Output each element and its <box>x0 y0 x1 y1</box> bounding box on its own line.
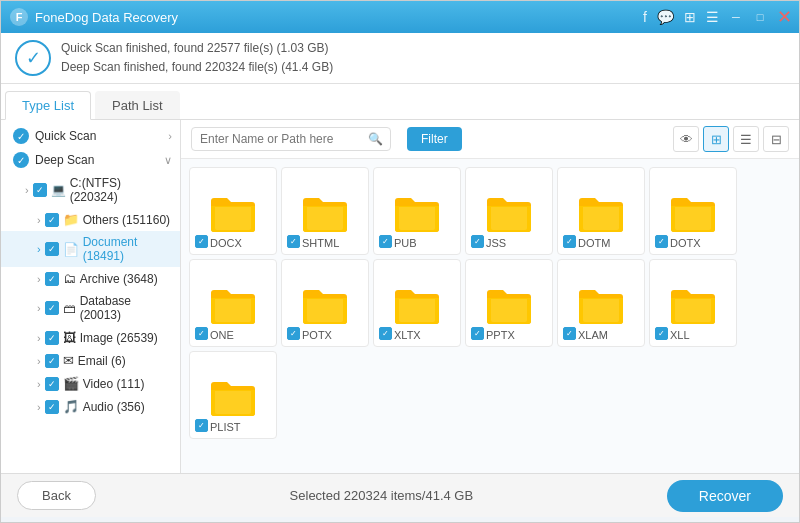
folder-icon <box>393 193 441 233</box>
sidebar-item-image[interactable]: › ✓ 🖼 Image (26539) <box>1 326 180 349</box>
folder-icon <box>209 377 257 417</box>
view-icons: 👁 ⊞ ☰ ⊟ <box>673 126 789 152</box>
file-item-xlam[interactable]: ✓ XLAM <box>557 259 645 347</box>
file-checkbox[interactable]: ✓ <box>655 327 668 340</box>
file-item-plist[interactable]: ✓ PLIST <box>189 351 277 439</box>
audio-label: Audio (356) <box>83 400 145 414</box>
sidebar-item-video[interactable]: › ✓ 🎬 Video (111) <box>1 372 180 395</box>
image-icon: 🖼 <box>63 330 76 345</box>
file-item-pub[interactable]: ✓ PUB <box>373 167 461 255</box>
file-name: DOCX <box>210 237 242 250</box>
status-text: Quick Scan finished, found 22577 file(s)… <box>61 39 787 77</box>
file-checkbox[interactable]: ✓ <box>195 327 208 340</box>
video-icon: 🎬 <box>63 376 79 391</box>
main-area: ✓ Quick Scan › ✓ Deep Scan ∨ › ✓ 💻 C:(NT… <box>1 120 799 473</box>
titlebar-controls: f 💬 ⊞ ☰ ─ □ ✕ <box>643 9 791 25</box>
grid-view-button[interactable]: ⊞ <box>703 126 729 152</box>
drive-checkbox[interactable]: ✓ <box>33 183 47 197</box>
filter-button[interactable]: Filter <box>407 127 462 151</box>
file-checkbox[interactable]: ✓ <box>563 327 576 340</box>
file-checkbox[interactable]: ✓ <box>563 235 576 248</box>
sidebar-item-drive[interactable]: › ✓ 💻 C:(NTFS) (220324) <box>1 172 180 208</box>
file-item-dotx[interactable]: ✓ DOTX <box>649 167 737 255</box>
tab-type-list[interactable]: Type List <box>5 91 91 120</box>
recover-button[interactable]: Recover <box>667 480 783 512</box>
maximize-button[interactable]: □ <box>753 10 767 24</box>
image-label: Image (26539) <box>80 331 158 345</box>
document-checkbox[interactable]: ✓ <box>45 242 59 256</box>
archive-icon: 🗂 <box>63 271 76 286</box>
chat-icon[interactable]: 💬 <box>657 9 674 25</box>
sidebar-item-deep-scan[interactable]: ✓ Deep Scan ∨ <box>1 148 180 172</box>
eye-view-button[interactable]: 👁 <box>673 126 699 152</box>
tabs-row: Type List Path List <box>1 84 799 120</box>
audio-checkbox[interactable]: ✓ <box>45 400 59 414</box>
file-checkbox[interactable]: ✓ <box>287 327 300 340</box>
back-button[interactable]: Back <box>17 481 96 510</box>
drive-label: C:(NTFS) (220324) <box>70 176 172 204</box>
document-icon: 📄 <box>63 242 79 257</box>
database-checkbox[interactable]: ✓ <box>45 301 59 315</box>
close-button[interactable]: ✕ <box>777 10 791 24</box>
content-area: 🔍 ↑ Filter 👁 ⊞ ☰ ⊟ ✓ DOCX <box>181 120 799 473</box>
sidebar-item-audio[interactable]: › ✓ 🎵 Audio (356) <box>1 395 180 418</box>
list-view-button[interactable]: ☰ <box>733 126 759 152</box>
file-checkbox[interactable]: ✓ <box>195 235 208 248</box>
search-wrapper: 🔍 <box>191 127 391 151</box>
menu-icon[interactable]: ☰ <box>706 9 719 25</box>
file-checkbox[interactable]: ✓ <box>471 327 484 340</box>
video-checkbox[interactable]: ✓ <box>45 377 59 391</box>
file-checkbox[interactable]: ✓ <box>379 327 392 340</box>
file-name: DOTX <box>670 237 701 250</box>
facebook-icon[interactable]: f <box>643 9 647 25</box>
file-name: XLTX <box>394 329 421 342</box>
grid-icon[interactable]: ⊞ <box>684 9 696 25</box>
file-item-shtml[interactable]: ✓ SHTML <box>281 167 369 255</box>
file-name: JSS <box>486 237 506 250</box>
email-icon: ✉ <box>63 353 74 368</box>
document-label: Document (18491) <box>83 235 172 263</box>
file-item-xltx[interactable]: ✓ XLTX <box>373 259 461 347</box>
video-label: Video (111) <box>83 377 145 391</box>
file-item-dotm[interactable]: ✓ DOTM <box>557 167 645 255</box>
sidebar-item-archive[interactable]: › ✓ 🗂 Archive (3648) <box>1 267 180 290</box>
file-item-xll[interactable]: ✓ XLL <box>649 259 737 347</box>
file-checkbox[interactable]: ✓ <box>655 235 668 248</box>
minimize-button[interactable]: ─ <box>729 10 743 24</box>
sidebar-item-others[interactable]: › ✓ 📁 Others (151160) <box>1 208 180 231</box>
sidebar-item-email[interactable]: › ✓ ✉ Email (6) <box>1 349 180 372</box>
file-item-jss[interactable]: ✓ JSS <box>465 167 553 255</box>
file-checkbox[interactable]: ✓ <box>195 419 208 432</box>
titlebar: F FoneDog Data Recovery f 💬 ⊞ ☰ ─ □ ✕ <box>1 1 799 33</box>
sidebar-item-document[interactable]: › ✓ 📄 Document (18491) <box>1 231 180 267</box>
others-label: Others (151160) <box>83 213 170 227</box>
deep-scan-check: ✓ <box>13 152 29 168</box>
file-checkbox[interactable]: ✓ <box>379 235 392 248</box>
others-checkbox[interactable]: ✓ <box>45 213 59 227</box>
file-name: SHTML <box>302 237 339 250</box>
folder-icon <box>301 193 349 233</box>
folder-icon <box>669 285 717 325</box>
file-item-pptx[interactable]: ✓ PPTX <box>465 259 553 347</box>
sidebar-item-quick-scan[interactable]: ✓ Quick Scan › <box>1 124 180 148</box>
sidebar-item-database[interactable]: › ✓ 🗃 Database (20013) <box>1 290 180 326</box>
archive-label: Archive (3648) <box>80 272 158 286</box>
database-label: Database (20013) <box>80 294 172 322</box>
folder-icon <box>669 193 717 233</box>
column-view-button[interactable]: ⊟ <box>763 126 789 152</box>
image-checkbox[interactable]: ✓ <box>45 331 59 345</box>
file-name: DOTM <box>578 237 610 250</box>
archive-checkbox[interactable]: ✓ <box>45 272 59 286</box>
file-grid: ✓ DOCX ✓ SHTML ✓ PUB <box>181 159 799 473</box>
tab-path-list[interactable]: Path List <box>95 91 180 119</box>
svg-text:F: F <box>16 11 23 23</box>
file-checkbox[interactable]: ✓ <box>287 235 300 248</box>
file-item-one[interactable]: ✓ ONE <box>189 259 277 347</box>
email-checkbox[interactable]: ✓ <box>45 354 59 368</box>
file-item-docx[interactable]: ✓ DOCX <box>189 167 277 255</box>
file-item-potx[interactable]: ✓ POTX <box>281 259 369 347</box>
folder-icon <box>577 285 625 325</box>
search-input[interactable] <box>191 127 391 151</box>
file-checkbox[interactable]: ✓ <box>471 235 484 248</box>
folder-icon <box>485 193 533 233</box>
